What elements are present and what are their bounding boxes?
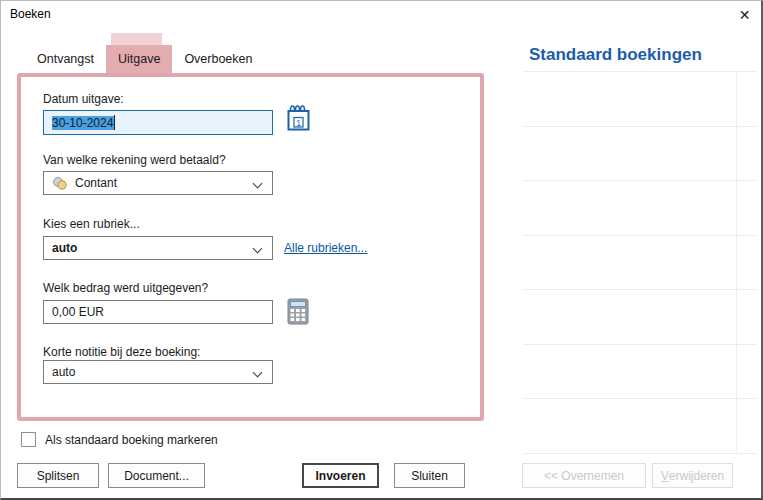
note-value: auto	[52, 365, 75, 379]
invoeren-button[interactable]: Invoeren	[302, 463, 379, 488]
tab-overboeken[interactable]: Overboeken	[172, 45, 264, 73]
close-button[interactable]: ✕	[727, 1, 762, 28]
standard-bookings-list[interactable]	[523, 71, 756, 454]
chevron-down-icon	[253, 244, 263, 254]
close-icon: ✕	[739, 7, 751, 23]
list-row	[523, 290, 756, 345]
svg-text:1: 1	[296, 118, 301, 128]
list-row	[523, 181, 756, 236]
list-column-divider	[736, 72, 737, 454]
note-label: Korte notitie bij deze boeking:	[43, 345, 200, 359]
tab-ontvangst[interactable]: Ontvangst	[25, 45, 106, 73]
chevron-down-icon	[253, 368, 263, 378]
document-button[interactable]: Document...	[108, 463, 205, 488]
amount-value: 0,00 EUR	[52, 305, 104, 319]
window-title: Boeken	[10, 7, 51, 21]
list-row	[523, 236, 756, 291]
amount-label: Welk bedrag werd uitgegeven?	[43, 281, 208, 295]
overnemen-button[interactable]: << Overnemen	[522, 463, 646, 488]
verwijderen-accesskey: V	[661, 469, 669, 483]
account-label: Van welke rekening werd betaald?	[43, 153, 226, 167]
standard-bookings-title: Standaard boekingen	[529, 45, 702, 65]
tab-strip: Ontvangst Uitgave Overboeken	[25, 45, 264, 73]
tab-uitgave[interactable]: Uitgave	[106, 45, 172, 73]
text-caret	[114, 115, 115, 130]
calculator-icon[interactable]	[287, 298, 309, 325]
date-label: Datum uitgave:	[43, 92, 124, 106]
category-value: auto	[52, 241, 77, 255]
account-select[interactable]: Contant	[43, 171, 273, 195]
verwijderen-label-rest: erwijderen	[669, 469, 724, 483]
category-label: Kies een rubriek...	[43, 217, 140, 231]
calendar-icon[interactable]: 1	[287, 104, 310, 132]
sluiten-button[interactable]: Sluiten	[394, 463, 465, 488]
list-row	[523, 345, 756, 400]
amount-input[interactable]: 0,00 EUR	[43, 300, 273, 324]
account-value: Contant	[75, 176, 117, 190]
dialog-boeken: Boeken ✕ Ontvangst Uitgave Overboeken Da…	[0, 0, 763, 500]
standard-booking-checkbox[interactable]	[21, 432, 36, 447]
category-select[interactable]: auto	[43, 236, 273, 260]
list-row	[523, 72, 756, 127]
date-input[interactable]: 30-10-2024	[43, 110, 273, 135]
note-select[interactable]: auto	[43, 360, 273, 384]
date-selected-text: 30-10-2024	[52, 116, 114, 130]
splitsen-button[interactable]: Splitsen	[17, 463, 99, 488]
verwijderen-button[interactable]: Verwijderen	[652, 463, 733, 488]
list-row	[523, 127, 756, 182]
all-categories-link[interactable]: Alle rubrieken...	[284, 241, 367, 255]
coins-icon	[52, 176, 68, 191]
chevron-down-icon	[253, 179, 263, 189]
list-row	[523, 399, 756, 454]
standard-booking-checkbox-label: Als standaard boeking markeren	[45, 433, 218, 447]
